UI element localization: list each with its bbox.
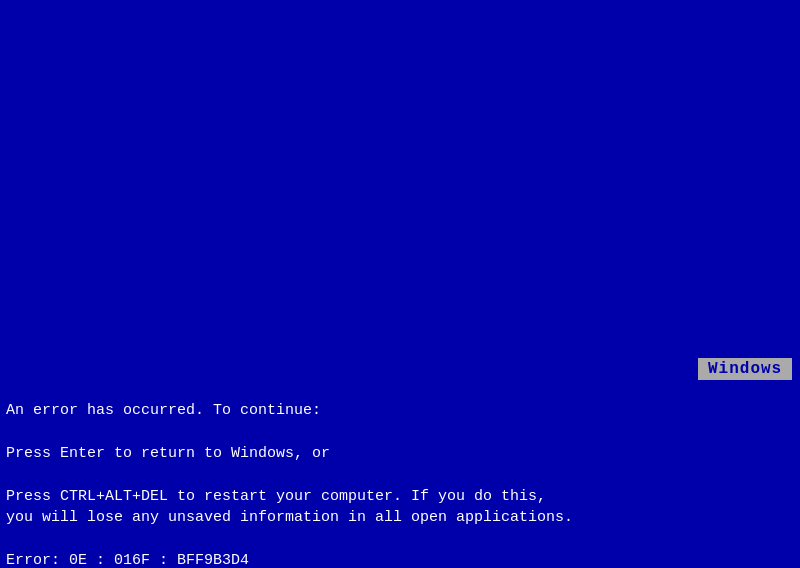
error-line-4: you will lose any unsaved information in… xyxy=(6,507,794,528)
spacer-1 xyxy=(6,421,794,443)
error-line-3: Press CTRL+ALT+DEL to restart your compu… xyxy=(6,486,794,507)
windows-badge-wrapper: Windows xyxy=(0,178,800,380)
error-content: An error has occurred. To continue: Pres… xyxy=(6,400,794,568)
spacer-3 xyxy=(6,528,794,550)
windows-badge: Windows xyxy=(698,358,792,380)
spacer-2 xyxy=(6,464,794,486)
error-line-1: An error has occurred. To continue: xyxy=(6,400,794,421)
error-code-line: Error: 0E : 016F : BFF9B3D4 xyxy=(6,550,794,568)
bsod-screen: Windows An error has occurred. To contin… xyxy=(0,0,800,568)
error-line-2: Press Enter to return to Windows, or xyxy=(6,443,794,464)
